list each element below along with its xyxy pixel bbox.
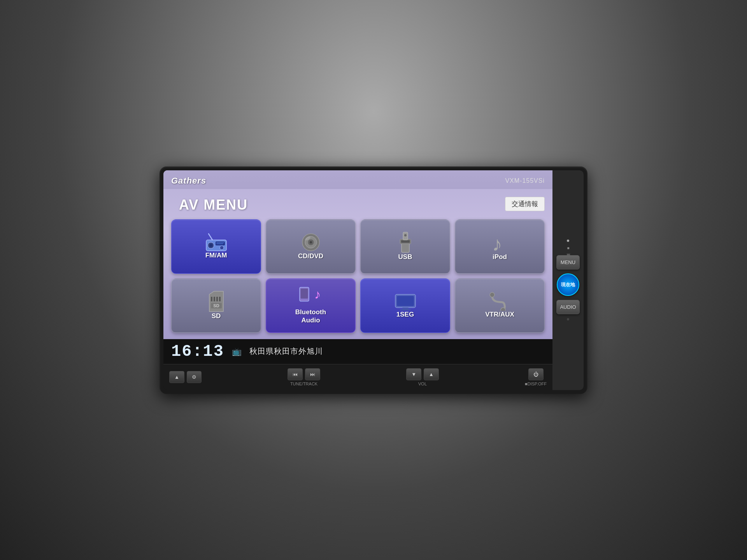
av-menu-row: AV MENU 交通情報 — [163, 189, 552, 216]
vol-up-button[interactable]: ▲ — [424, 368, 439, 380]
disp-off-label: ■DISP.OFF — [525, 382, 547, 386]
quality-label: ■画質 — [565, 246, 571, 251]
svg-rect-19 — [211, 297, 212, 301]
sd-card-icon: SD — [206, 290, 226, 312]
power-button[interactable]: ⏻ — [528, 368, 544, 380]
control-bar: ▲ ⚙ ⏮ ⏭ TUNE/TRACK ▼ ▲ — [163, 364, 552, 390]
eject-button[interactable]: ▲ — [169, 371, 184, 383]
disp-section: ⏻ ■DISP.OFF — [525, 368, 547, 386]
svg-point-3 — [209, 244, 212, 247]
svg-rect-32 — [400, 309, 411, 310]
bluetooth-device-icon — [297, 287, 311, 305]
time-display: 16:13 — [171, 342, 224, 361]
traffic-button[interactable]: 交通情報 — [505, 197, 545, 211]
audio-button[interactable]: AUDIO — [556, 300, 580, 314]
sd-label: SD — [212, 312, 221, 320]
location-text: 秋田県秋田市外旭川 — [249, 346, 323, 357]
menu-item-bt-audio[interactable]: ♪ BluetoothAudio — [266, 278, 356, 333]
svg-rect-26 — [300, 289, 308, 299]
current-location-button[interactable]: 現在地 — [557, 273, 579, 296]
svg-rect-15 — [401, 240, 410, 243]
radio-icon — [205, 233, 228, 252]
tune-label: TUNE/TRACK — [290, 382, 317, 386]
menu-item-ipod[interactable]: ♪ iPod — [455, 219, 545, 274]
usb-icon — [397, 231, 414, 253]
menu-item-vtr-aux[interactable]: VTR/AUX — [455, 278, 545, 333]
vol-label: VOL — [418, 382, 427, 386]
brand-label: Gathers — [171, 176, 206, 186]
vtr-aux-label: VTR/AUX — [485, 311, 514, 318]
vol-controls: ▼ ▲ — [406, 368, 439, 380]
menu-item-fm-am[interactable]: FM/AM — [171, 219, 261, 274]
svg-text:♪: ♪ — [492, 233, 502, 253]
menu-item-sd[interactable]: SD SD — [171, 278, 261, 333]
svg-rect-31 — [402, 308, 409, 309]
screen-header: Gathers VXM-155VSi — [163, 170, 552, 189]
svg-line-1 — [209, 234, 212, 240]
cable-icon — [489, 292, 511, 311]
cd-dvd-label: CD/DVD — [298, 252, 323, 260]
svg-rect-4 — [216, 242, 225, 245]
head-unit-outer: Gathers VXM-155VSi AV MENU 交通情報 — [160, 166, 587, 394]
screen-area: Gathers VXM-155VSi AV MENU 交通情報 — [163, 170, 552, 390]
disc-icon — [300, 232, 322, 252]
fm-am-label: FM/AM — [205, 252, 227, 259]
usb-label: USB — [398, 253, 412, 261]
car-surround: Gathers VXM-155VSi AV MENU 交通情報 — [0, 0, 747, 560]
svg-point-17 — [404, 234, 407, 236]
tune-section: ⏮ ⏭ TUNE/TRACK — [288, 368, 320, 386]
main-screen: Gathers VXM-155VSi AV MENU 交通情報 — [163, 170, 552, 364]
menu-grid: FM/AM CD/DVD — [163, 216, 552, 339]
svg-point-11 — [310, 241, 312, 243]
bottom-indicator — [567, 318, 569, 320]
next-button[interactable]: ⏭ — [305, 368, 320, 380]
svg-point-33 — [490, 292, 494, 297]
vol-section: ▼ ▲ VOL — [406, 368, 439, 386]
head-unit-inner: Gathers VXM-155VSi AV MENU 交通情報 — [163, 170, 584, 390]
svg-rect-30 — [397, 296, 414, 306]
ipod-label: iPod — [493, 253, 507, 261]
svg-rect-21 — [216, 297, 218, 301]
menu-item-usb[interactable]: USB — [360, 219, 450, 274]
menu-item-cd-dvd[interactable]: CD/DVD — [266, 219, 356, 274]
prev-button[interactable]: ⏮ — [288, 368, 303, 380]
svg-point-34 — [501, 308, 505, 311]
quality-indicator — [567, 240, 569, 242]
svg-rect-22 — [219, 297, 221, 301]
left-controls: ▲ ⚙ — [169, 371, 202, 383]
tune-controls: ⏮ ⏭ — [288, 368, 320, 380]
vol-down-button[interactable]: ▼ — [406, 368, 421, 380]
svg-point-7 — [220, 246, 224, 250]
side-buttons-panel: ■画質 MENU 現在地 AUDIO — [552, 170, 584, 390]
svg-text:SD: SD — [213, 303, 219, 308]
model-label: VXM-155VSi — [505, 177, 545, 184]
settings-button[interactable]: ⚙ — [187, 371, 202, 383]
1seg-label: 1SEG — [396, 311, 414, 318]
bt-audio-label: BluetoothAudio — [295, 308, 326, 324]
tv-icon — [394, 292, 417, 311]
page-title: AV MENU — [171, 193, 256, 215]
tv-status-icon: 📺 — [232, 347, 242, 356]
bluetooth-note-icon: ♪ — [314, 287, 324, 305]
menu-button[interactable]: MENU — [556, 255, 580, 270]
svg-text:♪: ♪ — [314, 287, 321, 301]
menu-item-1seg[interactable]: 1SEG — [360, 278, 450, 333]
svg-rect-20 — [214, 297, 215, 301]
status-bar: 16:13 📺 秋田県秋田市外旭川 — [163, 339, 552, 364]
music-note-icon: ♪ — [491, 231, 509, 253]
